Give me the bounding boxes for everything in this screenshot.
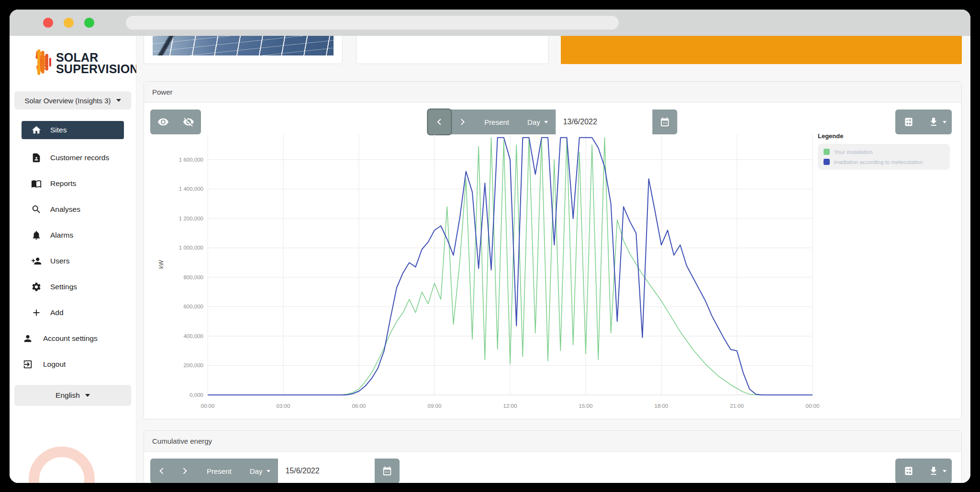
chevron-down-icon	[545, 121, 548, 123]
present-button[interactable]: Present	[196, 459, 242, 483]
legend-swatch	[824, 159, 830, 165]
solar-panel-photo	[153, 36, 334, 55]
calendar-icon	[660, 117, 670, 127]
close-window-button[interactable]	[43, 18, 53, 28]
book-icon	[31, 178, 42, 189]
site-photo-card[interactable]	[144, 36, 343, 64]
svg-text:200,000: 200,000	[183, 362, 203, 368]
sidebar-item-account-settings[interactable]: Account settings	[10, 326, 136, 351]
svg-text:03:00: 03:00	[277, 403, 290, 409]
show-series-button[interactable]	[150, 109, 176, 134]
svg-text:800,000: 800,000	[183, 274, 203, 280]
svg-text:1 400,000: 1 400,000	[179, 186, 203, 192]
next-period-button[interactable]	[173, 459, 196, 483]
eye-icon	[157, 116, 169, 128]
chevron-left-icon	[434, 117, 444, 127]
sidebar-item-analyses[interactable]: Analyses	[10, 197, 136, 222]
svg-text:00:00: 00:00	[201, 403, 215, 409]
chevron-down-icon	[85, 394, 90, 397]
sidebar-item-logout[interactable]: Logout	[10, 351, 136, 377]
power-toolbar: Present Day 13/6/2022	[144, 103, 961, 134]
previous-period-button[interactable]	[428, 109, 451, 134]
legend-item[interactable]: Your installation	[824, 149, 944, 155]
calendar-button[interactable]	[653, 109, 678, 134]
site-info-card[interactable]	[356, 36, 549, 64]
brand-logo: SOLAR SUPERVISION	[10, 43, 136, 84]
sidebar-item-label: Alarms	[50, 231, 73, 240]
calculate-button[interactable]	[895, 109, 922, 134]
sidebar-item-label: Analyses	[50, 205, 80, 214]
brand-name: SOLAR SUPERVISION	[56, 52, 139, 75]
svg-text:1 200,000: 1 200,000	[179, 216, 203, 221]
svg-text:12:00: 12:00	[503, 403, 517, 409]
sidebar-item-label: Customer records	[50, 153, 109, 162]
download-icon	[928, 116, 939, 128]
sidebar-item-label: Sites	[50, 126, 67, 134]
cumulative-export-group	[895, 459, 952, 483]
svg-text:15:00: 15:00	[579, 403, 593, 409]
download-icon	[928, 465, 939, 477]
period-select[interactable]: Day	[242, 459, 278, 483]
download-button[interactable]	[922, 459, 952, 483]
chevron-down-icon	[943, 470, 947, 472]
cumulative-panel-header: Cumulative energy	[144, 431, 961, 452]
download-button[interactable]	[922, 109, 952, 134]
hide-series-button[interactable]	[176, 109, 201, 134]
chevron-right-icon	[180, 466, 189, 476]
sidebar-item-label: Account settings	[43, 334, 98, 343]
chevron-down-icon	[267, 470, 270, 472]
legend-title: Legende	[818, 132, 950, 140]
address-bar[interactable]	[126, 16, 619, 30]
alert-banner[interactable]	[561, 36, 962, 64]
sidebar-item-users[interactable]: Users	[10, 248, 136, 274]
sidebar-item-label: Logout	[43, 360, 66, 369]
power-chart: 00:0003:0006:0009:0012:0015:0018:0021:00…	[144, 134, 961, 416]
chevron-right-icon	[457, 117, 467, 127]
svg-text:18:00: 18:00	[655, 403, 668, 409]
sidebar-item-alarms[interactable]: Alarms	[10, 222, 136, 248]
bell-icon	[31, 230, 42, 241]
calculate-button[interactable]	[895, 459, 922, 483]
sidebar: SOLAR SUPERVISION Solar Overview (Insigh…	[10, 36, 136, 483]
workspace-select[interactable]: Solar Overview (Insights 3)	[14, 91, 131, 109]
calculate-icon	[903, 116, 914, 128]
date-input[interactable]: 13/6/2022	[556, 109, 653, 134]
sidebar-nav: SitesCustomer recordsReportsAnalysesAlar…	[10, 121, 136, 377]
legend-item[interactable]: irradiation according to meteostation	[824, 159, 944, 165]
sidebar-item-label: Settings	[50, 283, 77, 291]
main-content: Power	[136, 36, 970, 483]
svg-text:21:00: 21:00	[730, 403, 744, 409]
chevron-down-icon	[116, 99, 121, 102]
calendar-button[interactable]	[375, 459, 400, 483]
sidebar-item-settings[interactable]: Settings	[10, 274, 136, 300]
cumulative-panel-title: Cumulative energy	[152, 437, 212, 445]
sidebar-item-reports[interactable]: Reports	[10, 171, 136, 197]
visibility-toggle-group	[150, 109, 201, 134]
calculate-icon	[903, 465, 914, 477]
legend-label: irradiation according to meteostation	[834, 159, 923, 165]
sidebar-item-sites[interactable]: Sites	[22, 121, 124, 139]
decorative-ring	[29, 447, 95, 483]
power-panel: Power	[144, 81, 962, 419]
sidebar-item-label: Users	[50, 257, 69, 265]
minimize-window-button[interactable]	[64, 18, 74, 28]
present-button[interactable]: Present	[474, 109, 520, 134]
sidebar-item-customer-records[interactable]: Customer records	[10, 145, 136, 171]
browser-titlebar	[10, 10, 970, 36]
svg-text:600,000: 600,000	[183, 304, 203, 309]
top-cards-row	[144, 36, 962, 64]
zoom-window-button[interactable]	[84, 18, 94, 28]
contact-page-icon	[31, 153, 42, 163]
person-add-icon	[31, 256, 42, 266]
previous-period-button[interactable]	[150, 459, 173, 483]
power-panel-header: Power	[144, 82, 961, 103]
power-export-group	[895, 109, 952, 134]
date-input[interactable]: 15/6/2022	[278, 459, 375, 483]
sidebar-item-add[interactable]: Add	[10, 300, 136, 326]
sidebar-item-label: Add	[50, 308, 64, 317]
language-select[interactable]: English	[14, 385, 131, 406]
period-select[interactable]: Day	[520, 109, 556, 134]
next-period-button[interactable]	[451, 109, 474, 134]
eye-off-icon	[183, 116, 194, 128]
chevron-left-icon	[157, 466, 167, 476]
